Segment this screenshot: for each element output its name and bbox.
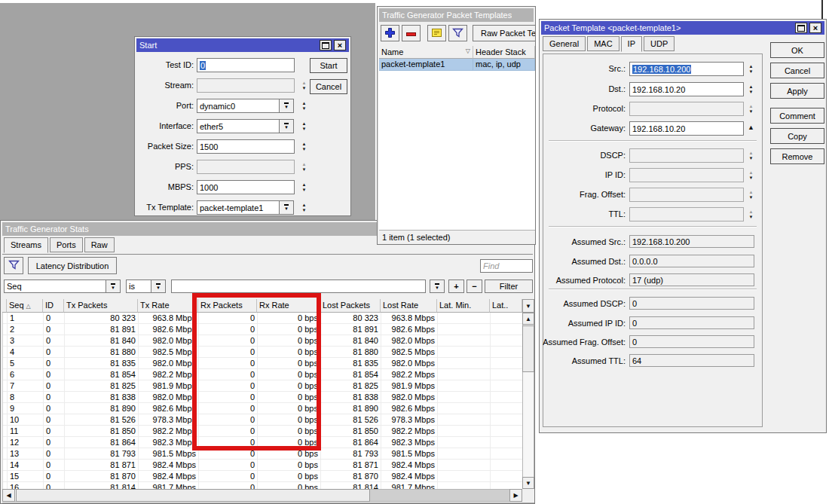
interface-input[interactable]: ether5 [197,119,280,133]
table-row[interactable]: 4081 880982.5 Mbps00 bps81 880982.5 Mbps [3,347,523,358]
filter-op-select[interactable]: is [126,279,151,293]
spinner[interactable]: ▲▼ [299,182,309,192]
table-row[interactable]: packet-template1 mac, ip, udp [379,59,535,71]
close-button[interactable]: × [334,40,346,50]
table-row[interactable]: 11081 850982.2 Mbps00 bps81 850982.2 Mbp… [3,426,523,437]
table-row[interactable]: 16081 814981.7 Mbps00 bps81 814981.7 Mbp… [3,482,523,489]
spinner-down-icon[interactable]: ▼ [302,86,307,90]
horizontal-scroll-thumb[interactable] [16,489,370,502]
scroll-up-button[interactable]: ▲ [522,313,534,325]
column-header-tx-rate[interactable]: Tx Rate [138,299,198,313]
scroll-left-button[interactable]: ◀ [2,489,15,502]
tx-template-input[interactable]: packet-template1 [197,200,280,215]
templates-window-titlebar[interactable]: Traffic Generator Packet Templates [379,8,534,22]
dscp-input[interactable] [629,148,744,163]
gateway-input[interactable]: 192.168.10.20 [629,121,744,136]
spinner[interactable]: ▲▼ [746,84,756,94]
spinner[interactable]: ▲▼ [746,104,756,114]
comment-button[interactable] [427,25,446,41]
spinner[interactable]: ▲▼ [746,151,756,160]
spinner-up-icon[interactable]: ▲ [302,121,307,126]
src-input[interactable]: 192.168.10.200 [629,62,744,76]
raw-packet-templates-button[interactable]: Raw Packet Te [473,25,536,41]
spinner-down-icon[interactable]: ▼ [749,90,754,94]
spinner-up-icon[interactable]: ▲ [302,162,307,166]
column-header-rx-packets[interactable]: Rx Packets [198,299,257,313]
protocol-input[interactable] [629,102,744,116]
table-row[interactable]: 12081 864982.3 Mbps00 bps81 864982.3 Mbp… [3,437,523,448]
spinner-down-icon[interactable]: ▼ [302,106,307,111]
spinner-up-icon[interactable]: ▲ [302,203,307,207]
start-window-titlebar[interactable]: Start × [136,38,349,52]
packet-size-input[interactable]: 1500 [197,139,295,154]
spinner-down-icon[interactable]: ▼ [749,195,754,200]
spinner-down-icon[interactable]: ▼ [302,188,307,192]
ttl-input[interactable] [629,207,744,221]
spinner-up-icon[interactable]: ▲ [749,170,754,175]
copy-button[interactable]: Copy [770,128,824,144]
port-input[interactable]: dynamic0 [197,99,280,113]
tab-ip[interactable]: IP [621,36,642,52]
add-filter-button[interactable]: + [448,279,464,293]
start-button[interactable]: Start [310,58,347,73]
spinner-up-icon[interactable]: ▲ [749,190,754,194]
remove-template-button[interactable] [402,25,421,41]
stats-filter-funnel-button[interactable] [4,257,23,274]
spinner-down-icon[interactable]: ▼ [749,176,754,180]
spinner[interactable]: ▲▼ [746,64,756,74]
spinner-up-icon[interactable]: ▲ [749,151,754,155]
column-header-header-stack[interactable]: Header Stack [473,46,535,59]
table-row[interactable]: 6081 854982.2 Mbps00 bps81 854982.2 Mbps [3,369,523,380]
spinner-up-icon[interactable]: ▲ [749,104,754,108]
spinner-up-icon[interactable]: ▲ [749,64,754,69]
spinner-up-icon[interactable]: ▲ [749,209,754,214]
spinner-up-icon[interactable]: ▲ [302,142,307,146]
tab-general[interactable]: General [543,36,586,51]
spinner[interactable]: ▲▼ [299,81,309,90]
spinner-up-icon[interactable]: ▲ [749,84,754,89]
filter-value-dropdown-button[interactable]: ▼ [430,279,445,293]
column-config-button[interactable]: ▼ [522,299,534,313]
spinner-up-icon[interactable]: ▲ [302,182,307,187]
spinner[interactable]: ▲ [746,124,756,131]
spinner[interactable]: ▲▼ [299,101,309,111]
remove-filter-button[interactable]: − [467,279,482,293]
spinner-up-icon[interactable]: ▲ [302,81,307,85]
filter-op-dropdown-button[interactable]: ▼ [151,279,166,293]
column-header-seq[interactable]: Seq△ [7,299,43,313]
frag-offset-input[interactable] [629,188,744,202]
column-header-rx-rate[interactable]: Rx Rate [257,299,320,313]
table-row[interactable]: 13081 793981.5 Mbps00 bps81 793981.5 Mbp… [3,448,523,460]
table-row[interactable]: 7081 825981.9 Mbps00 bps81 825981.9 Mbps [3,380,523,392]
table-row[interactable]: 9081 890982.6 Mbps00 bps81 890982.6 Mbps [3,403,523,414]
column-header-lost-rate[interactable]: Lost Rate [381,299,437,313]
dropdown-button[interactable]: ▼ [279,99,294,113]
spinner-up-icon[interactable]: ▲ [302,101,307,105]
table-row[interactable]: 8081 838982.0 Mbps00 bps81 838982.0 Mbps [3,392,523,403]
spinner-down-icon[interactable]: ▼ [749,109,754,114]
scroll-right-button[interactable]: ▶ [509,489,522,502]
pps-input[interactable] [197,160,295,174]
tab-streams[interactable]: Streams [4,237,48,253]
spinner-down-icon[interactable]: ▼ [749,69,754,74]
table-row[interactable]: 15081 870982.4 Mbps00 bps81 870982.4 Mbp… [3,471,523,482]
spinner-down-icon[interactable]: ▼ [302,147,307,151]
column-header-id[interactable]: ID [43,299,64,313]
remove-button[interactable]: Remove [770,148,824,164]
spinner-down-icon[interactable]: ▼ [302,167,307,172]
find-input[interactable]: Find [480,259,533,273]
stream-input[interactable] [197,78,295,93]
latency-distribution-button[interactable]: Latency Distribution [28,257,117,274]
tab-udp[interactable]: UDP [644,36,675,51]
cancel-button[interactable]: Cancel [770,63,824,78]
column-header-lat-min[interactable]: Lat. Min. [437,299,490,313]
spinner[interactable]: ▲▼ [299,142,309,151]
spinner[interactable]: ▲▼ [299,121,309,131]
filter-value-input[interactable] [171,279,426,293]
table-row[interactable]: 1080 323963.8 Mbps00 bps80 323963.8 Mbps [3,313,523,324]
spinner-up-icon[interactable]: ▲ [748,124,754,131]
tab-raw[interactable]: Raw [84,237,115,252]
comment-button[interactable]: Comment [770,108,824,124]
packet-window-titlebar[interactable]: Packet Template <packet-template1> × [541,21,824,35]
table-row[interactable]: 3081 840982.0 Mbps00 bps81 840982.0 Mbps [3,335,523,347]
